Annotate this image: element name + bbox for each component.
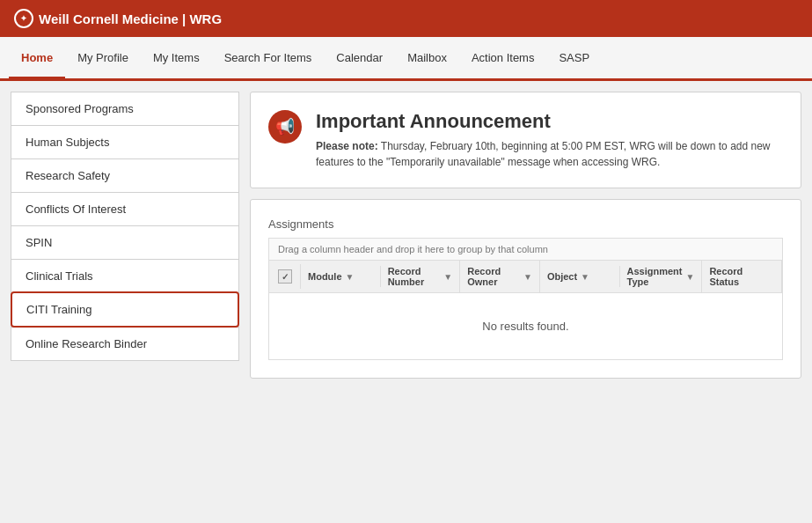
- megaphone-icon: 📢: [275, 117, 295, 136]
- th-assignment-type: Assignment Type ▼: [620, 261, 703, 292]
- filter-object-icon[interactable]: ▼: [581, 272, 589, 282]
- th-record-number-label: Record Number: [388, 266, 441, 287]
- sidebar-item-research-safety[interactable]: Research Safety: [11, 158, 239, 192]
- nav-sasp[interactable]: SASP: [546, 39, 602, 77]
- announcement-body: Important Announcement Please note: Thur…: [316, 110, 783, 170]
- sidebar: Sponsored Programs Human Subjects Resear…: [11, 92, 239, 512]
- filter-assignment-type-icon[interactable]: ▼: [685, 272, 694, 282]
- checkmark-icon: ✓: [282, 272, 289, 282]
- th-record-status: Record Status: [702, 261, 782, 292]
- assignments-title: Assignments: [268, 217, 783, 231]
- content-area: 📢 Important Announcement Please note: Th…: [250, 92, 801, 512]
- sidebar-item-conflicts-of-interest[interactable]: Conflicts Of Interest: [11, 192, 239, 225]
- main-layout: Sponsored Programs Human Subjects Resear…: [0, 81, 812, 523]
- navbar: Home My Profile My Items Search For Item…: [0, 37, 812, 81]
- nav-calendar[interactable]: Calendar: [324, 39, 395, 77]
- sidebar-item-spin[interactable]: SPIN: [11, 225, 239, 259]
- nav-search-for-items[interactable]: Search For Items: [212, 39, 325, 77]
- th-record-number: Record Number ▼: [381, 261, 461, 292]
- th-record-owner: Record Owner ▼: [460, 261, 540, 292]
- nav-mailbox[interactable]: Mailbox: [395, 39, 459, 77]
- header-logo: ✦ Weill Cornell Medicine | WRG: [14, 9, 222, 28]
- assignments-table-header: ✓ Module ▼ Record Number ▼ Record Owner …: [268, 261, 783, 293]
- sidebar-item-online-research-binder[interactable]: Online Research Binder: [11, 327, 239, 361]
- th-checkbox[interactable]: ✓: [269, 264, 301, 289]
- th-module: Module ▼: [301, 266, 381, 287]
- logo-text: Weill Cornell Medicine | WRG: [39, 11, 222, 26]
- th-record-status-label: Record Status: [709, 266, 774, 287]
- announcement-title: Important Announcement: [316, 110, 783, 133]
- nav-action-items[interactable]: Action Items: [459, 39, 547, 77]
- announcement-header: 📢 Important Announcement Please note: Th…: [268, 110, 783, 170]
- sidebar-item-sponsored-programs[interactable]: Sponsored Programs: [11, 92, 239, 125]
- th-object-label: Object: [547, 271, 577, 282]
- filter-record-number-icon[interactable]: ▼: [443, 272, 452, 282]
- logo-icon: ✦: [14, 9, 33, 28]
- assignments-card: Assignments Drag a column header and dro…: [250, 199, 801, 379]
- announcement-card: 📢 Important Announcement Please note: Th…: [250, 92, 801, 188]
- header: ✦ Weill Cornell Medicine | WRG: [0, 0, 812, 37]
- filter-record-owner-icon[interactable]: ▼: [523, 272, 532, 282]
- sidebar-item-citi-training[interactable]: CITI Training: [11, 291, 239, 328]
- drag-hint: Drag a column header and drop it here to…: [268, 238, 783, 261]
- th-record-owner-label: Record Owner: [467, 266, 520, 287]
- th-object: Object ▼: [540, 266, 620, 287]
- nav-my-profile[interactable]: My Profile: [65, 39, 141, 77]
- nav-my-items[interactable]: My Items: [141, 39, 212, 77]
- th-module-label: Module: [308, 271, 342, 282]
- announcement-text: Please note: Thursday, February 10th, be…: [316, 138, 783, 170]
- select-all-checkbox[interactable]: ✓: [278, 269, 292, 284]
- sidebar-item-human-subjects[interactable]: Human Subjects: [11, 125, 239, 158]
- announcement-icon: 📢: [268, 110, 302, 144]
- nav-home[interactable]: Home: [9, 39, 65, 79]
- th-assignment-type-label: Assignment Type: [627, 266, 683, 287]
- filter-module-icon[interactable]: ▼: [346, 272, 355, 282]
- announcement-note-text: Thursday, February 10th, beginning at 5:…: [316, 140, 771, 168]
- sidebar-item-clinical-trials[interactable]: Clinical Trials: [11, 259, 239, 292]
- announcement-note-label: Please note:: [316, 140, 378, 152]
- no-results-message: No results found.: [268, 293, 783, 360]
